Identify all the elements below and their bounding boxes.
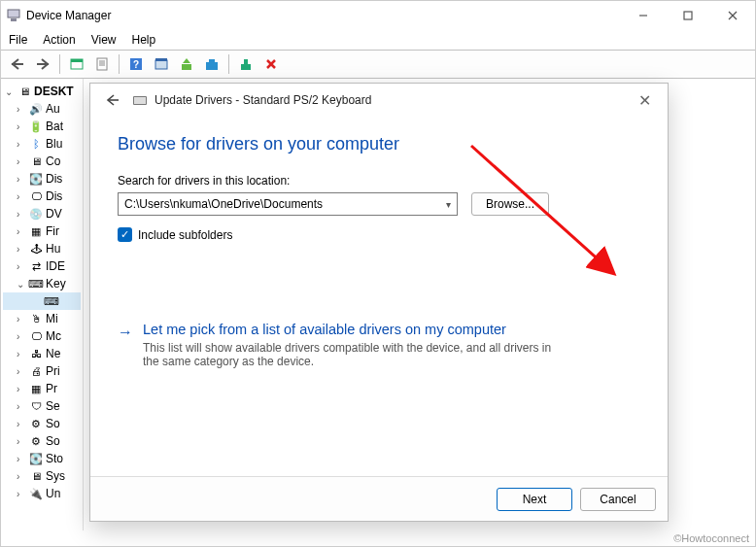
svg-rect-27 xyxy=(134,97,146,104)
device-category-icon: 🖵 xyxy=(29,329,43,343)
tree-node[interactable]: ›🖵Mc xyxy=(3,327,81,345)
toolbar-enable-button[interactable] xyxy=(234,52,258,76)
toolbar-disable-button[interactable] xyxy=(259,52,283,76)
chevron-down-icon: ⌄ xyxy=(5,86,15,97)
tree-node[interactable]: ›ᛒBlu xyxy=(3,135,81,153)
chevron-right-icon: › xyxy=(17,314,26,325)
arrow-right-icon: → xyxy=(118,322,133,341)
menu-view[interactable]: View xyxy=(91,33,117,47)
tree-node-label: DV xyxy=(46,207,62,221)
tree-node[interactable]: ›⚙So xyxy=(3,432,81,450)
dialog-back-button[interactable] xyxy=(102,89,123,111)
toolbar-scan-button[interactable] xyxy=(150,52,173,76)
device-tree[interactable]: ⌄ 🖥 DESKT ›🔊Au›🔋Bat›ᛒBlu›🖥Co›💽Dis›🖵Dis›💿… xyxy=(1,79,84,530)
chevron-right-icon: › xyxy=(17,419,26,429)
chevron-right-icon: › xyxy=(17,401,26,412)
chevron-right-icon: › xyxy=(17,209,26,220)
toolbar-uninstall-button[interactable] xyxy=(200,52,223,76)
tree-node[interactable]: ›💽Dis xyxy=(3,170,81,188)
tree-root[interactable]: ⌄ 🖥 DESKT xyxy=(3,83,81,100)
svg-text:?: ? xyxy=(133,59,139,70)
toolbar-properties-button[interactable] xyxy=(90,52,114,76)
chevron-right-icon: › xyxy=(17,139,26,150)
pick-from-list-link[interactable]: → Let me pick from a list of available d… xyxy=(118,322,640,368)
tree-node[interactable]: ›🖥Co xyxy=(3,153,81,170)
include-subfolders-checkbox[interactable]: ✓ xyxy=(118,227,132,242)
device-category-icon: ᛒ xyxy=(29,137,43,151)
chevron-down-icon: ⌄ xyxy=(17,279,26,290)
dialog-close-button[interactable]: ✕ xyxy=(631,91,658,110)
tree-node-label: Bat xyxy=(46,120,63,133)
tree-node[interactable]: ›💿DV xyxy=(3,205,81,222)
cancel-button[interactable]: Cancel xyxy=(580,488,656,511)
driver-path-combobox[interactable]: C:\Users\nkuma\OneDrive\Documents ▾ xyxy=(118,192,458,216)
tree-node-label: Un xyxy=(46,487,60,500)
toolbar-update-driver-button[interactable] xyxy=(175,52,198,76)
toolbar-show-hidden-button[interactable] xyxy=(65,52,88,76)
tree-node[interactable]: ›🛡Se xyxy=(3,397,81,415)
tree-node[interactable]: ›🖨Pri xyxy=(3,362,81,380)
device-category-icon: ⇄ xyxy=(29,259,43,273)
tree-node[interactable]: ›🖱Mi xyxy=(3,310,81,327)
toolbar-forward-button[interactable] xyxy=(31,52,54,76)
chevron-right-icon: › xyxy=(17,489,26,499)
device-category-icon: ▦ xyxy=(29,382,43,395)
device-category-icon: 💽 xyxy=(29,452,43,465)
dialog-title: Update Drivers - Standard PS/2 Keyboard xyxy=(155,93,371,107)
tree-node[interactable]: ›▦Fir xyxy=(3,222,81,240)
tree-node[interactable]: ›🕹Hu xyxy=(3,240,81,257)
window-title: Device Manager xyxy=(26,9,111,22)
window-minimize-button[interactable] xyxy=(621,1,666,30)
pick-from-list-title: Let me pick from a list of available dri… xyxy=(143,322,570,337)
svg-rect-6 xyxy=(12,63,23,65)
window-close-button[interactable] xyxy=(710,1,755,30)
update-driver-dialog: Update Drivers - Standard PS/2 Keyboard … xyxy=(89,83,669,522)
device-category-icon: 🖥 xyxy=(29,469,43,483)
device-category-icon: 🔌 xyxy=(29,487,43,500)
tree-node[interactable]: ›🔌Un xyxy=(3,485,81,502)
tree-child-node[interactable]: ·⌨ xyxy=(3,292,81,310)
tree-node-label: Fir xyxy=(46,224,59,238)
menu-action[interactable]: Action xyxy=(43,33,75,47)
tree-node[interactable]: ›🖥Sys xyxy=(3,467,81,485)
tree-node-label: Dis xyxy=(46,172,62,186)
window-maximize-button[interactable] xyxy=(666,1,710,30)
tree-node-label: Pri xyxy=(46,364,60,378)
toolbar-back-button[interactable] xyxy=(6,52,29,76)
chevron-right-icon: › xyxy=(17,436,26,447)
menu-help[interactable]: Help xyxy=(132,33,156,47)
watermark: ©Howtoconnect xyxy=(673,532,749,544)
device-category-icon: ⚙ xyxy=(29,434,43,448)
tree-node[interactable]: ›🔊Au xyxy=(3,100,81,118)
browse-button[interactable]: Browse... xyxy=(471,192,549,216)
tree-node[interactable]: ⌄⌨Key xyxy=(3,275,81,292)
tree-node[interactable]: ›🔋Bat xyxy=(3,118,81,135)
chevron-right-icon: › xyxy=(17,191,26,202)
tree-root-label: DESKT xyxy=(34,85,74,98)
svg-rect-1 xyxy=(11,18,17,21)
device-category-icon: ▦ xyxy=(29,224,43,238)
device-category-icon: ⌨ xyxy=(29,277,43,291)
menu-file[interactable]: File xyxy=(9,33,27,47)
tree-node[interactable]: ›💽Sto xyxy=(3,450,81,467)
app-icon xyxy=(7,9,20,22)
next-button[interactable]: Next xyxy=(497,488,572,511)
chevron-right-icon: › xyxy=(17,156,26,167)
svg-rect-7 xyxy=(37,63,49,65)
tree-node[interactable]: ›▦Pr xyxy=(3,380,81,397)
tree-node-label: Sys xyxy=(46,469,65,483)
device-category-icon: 🛡 xyxy=(29,399,43,413)
device-category-icon: 🔋 xyxy=(29,120,43,133)
toolbar: ? xyxy=(1,50,755,79)
tree-node-label: So xyxy=(46,434,60,448)
tree-node[interactable]: ›⇄IDE xyxy=(3,257,81,275)
tree-node-label: Blu xyxy=(46,137,62,151)
driver-path-value: C:\Users\nkuma\OneDrive\Documents xyxy=(124,197,323,211)
tree-node[interactable]: ›⚙So xyxy=(3,415,81,432)
tree-node[interactable]: ›🖧Ne xyxy=(3,345,81,362)
tree-node-label: Key xyxy=(46,277,66,291)
toolbar-help-button[interactable]: ? xyxy=(124,52,148,76)
chevron-right-icon: › xyxy=(17,331,26,342)
tree-node[interactable]: ›🖵Dis xyxy=(3,188,81,205)
pick-from-list-description: This list will show available drivers co… xyxy=(143,341,570,368)
